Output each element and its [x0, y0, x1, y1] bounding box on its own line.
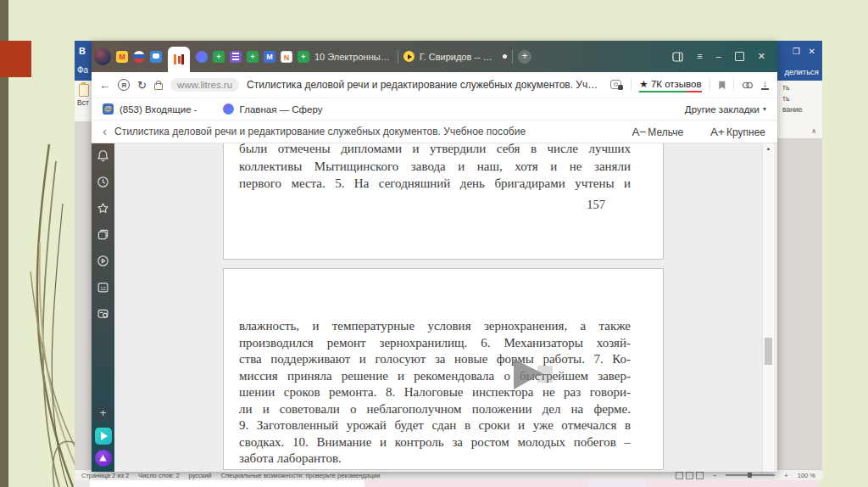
book-line: первого места. 5. На сегодняшний день бр…: [239, 175, 631, 193]
history-clock-icon[interactable]: [97, 176, 109, 188]
journal-green-tab-icon-1[interactable]: +: [213, 51, 225, 63]
status-language[interactable]: русский: [189, 472, 212, 479]
journal-favicon: +: [298, 51, 309, 63]
omnibox-page-title[interactable]: Стилистика деловой речи и редактирование…: [247, 79, 603, 91]
svg-text:12: 12: [100, 286, 106, 291]
refresh-button[interactable]: ↻: [137, 79, 147, 92]
book-title: Стилистика деловой речи и редактирование…: [114, 126, 624, 137]
ssl-lock-icon[interactable]: [154, 83, 163, 90]
font-larger-button[interactable]: А+ Крупнее: [710, 126, 765, 138]
word-ribbon-item[interactable]: ть: [777, 81, 822, 92]
messenger-send-icon[interactable]: [95, 428, 112, 445]
active-tab-litres[interactable]: [168, 47, 190, 72]
music-play-icon: [403, 51, 415, 62]
alice-assistant-icon[interactable]: [95, 450, 112, 467]
book-line: сводках. 10. Внимание и контроль за рост…: [239, 434, 631, 451]
sidebar-add-button[interactable]: +: [94, 405, 112, 423]
notifications-bell-icon[interactable]: [97, 149, 109, 162]
browser-tab-bar: M ++MN + 10 Электронный журнал Г. Свирид…: [92, 41, 777, 72]
zoom-out-button[interactable]: −: [713, 472, 716, 479]
tab-audio-indicator: [503, 54, 507, 59]
book-line: были отмечены дипломами и утвердили себя…: [239, 143, 631, 158]
collections-icon[interactable]: [97, 228, 109, 241]
yandex-button[interactable]: Я: [118, 79, 130, 91]
zoom-slider[interactable]: [726, 474, 775, 476]
book-line: 9. Заготовленный урожай будет сдан в сро…: [239, 417, 631, 434]
menu-icon[interactable]: ≡: [697, 52, 702, 61]
ribbon-collapse-icon[interactable]: ∧: [811, 127, 816, 135]
maximize-button[interactable]: [735, 52, 744, 61]
word-ribbon-group-label: вание: [777, 103, 822, 114]
presentation-slide: В Фа ❐ ✕ делиться Вст ть ть вание ∧ Стра…: [0, 0, 868, 487]
status-word-count[interactable]: Число слов: 2: [138, 472, 179, 479]
taskbar-strip: [75, 480, 818, 487]
scroll-up-icon[interactable]: ▲: [763, 146, 774, 151]
word-file-tab[interactable]: Фа: [77, 65, 88, 75]
sferum-bookmark-icon: [223, 104, 234, 115]
font-larger-icon: А+: [710, 126, 725, 138]
audio-speaker-icon[interactable]: [514, 355, 558, 393]
bookmark-inbox[interactable]: (853) Входящие -: [120, 104, 198, 115]
yandex-mail-tab-icon[interactable]: M: [116, 51, 128, 63]
bookmark-flag-icon[interactable]: [718, 80, 726, 91]
word-restore-button[interactable]: ❐: [793, 47, 800, 56]
paste-clipboard-icon[interactable]: [79, 84, 89, 97]
mail-bookmark-icon: @: [103, 104, 114, 115]
video-play-icon[interactable]: [97, 255, 109, 267]
reviews-rating[interactable]: ★ 7К отзывов: [639, 78, 701, 92]
book-line: влажность, и температурные условия зерно…: [239, 318, 631, 335]
book-page-2: влажность, и температурные условия зерно…: [223, 268, 664, 470]
side-panel-icon[interactable]: [672, 52, 683, 62]
screenshot-camera-icon[interactable]: [97, 307, 109, 320]
screenshot-extension-icon[interactable]: [610, 80, 623, 90]
chevron-down-icon: ▾: [763, 105, 766, 113]
new-tab-button[interactable]: +: [518, 50, 531, 64]
tab-music-label[interactable]: Г. Свиридов -- Музыка: [420, 52, 498, 62]
russia-flag-tab-icon[interactable]: [133, 51, 145, 63]
book-line: ства поддерживают и голосуют за новые фо…: [239, 351, 631, 368]
book-line: забота лаборантов.: [239, 451, 631, 467]
back-button[interactable]: ←: [99, 79, 110, 92]
reader-header: ‹ Стилистика деловой речи и редактирован…: [92, 120, 777, 143]
reader-scrollbar[interactable]: ▲: [762, 143, 774, 472]
minimize-button[interactable]: –: [716, 52, 721, 61]
tab-journal-label[interactable]: 10 Электронный журнал: [314, 52, 392, 62]
download-icon[interactable]: ↓: [761, 80, 769, 90]
book-line: ли и советовали о неблагополучном положе…: [239, 401, 631, 418]
news-orange-tab-icon[interactable]: N: [281, 51, 292, 63]
word-paste-label[interactable]: Вст: [77, 98, 89, 107]
book-line: шении сроков ремонта. 8. Налоговые инспе…: [239, 384, 631, 401]
litres-logo-icon: [174, 54, 176, 64]
view-mode-icons[interactable]: [676, 472, 704, 479]
status-page-indicator[interactable]: Страница 2 из 2: [81, 472, 129, 479]
browser-sidebar: 12 +: [92, 143, 114, 472]
word-ribbon-right: ть ть вание ∧: [776, 81, 822, 138]
zoom-in-button[interactable]: +: [784, 472, 787, 479]
bookmark-sferum[interactable]: Главная — Сферу: [240, 104, 323, 115]
font-smaller-button[interactable]: А− Мельче: [632, 126, 683, 138]
messenger-tab-icon[interactable]: [150, 51, 162, 63]
close-button[interactable]: ✕: [758, 52, 765, 61]
slides-purple-tab-icon[interactable]: [230, 51, 242, 63]
profile-avatar-icon[interactable]: [94, 48, 111, 65]
journal-green-tab-icon-2[interactable]: +: [247, 51, 259, 63]
url-field[interactable]: www.litres.ru: [170, 78, 239, 92]
book-line: производился ремонт зернохранилищ. 6. Ме…: [239, 335, 631, 352]
status-accessibility[interactable]: Специальные возможности: проверьте реком…: [221, 472, 381, 479]
calendar-icon[interactable]: 12: [97, 281, 109, 294]
word-close-button[interactable]: ✕: [809, 47, 815, 56]
star-icon: ★: [639, 79, 648, 89]
browser-toolbar: ← Я ↻ www.litres.ru Стилистика деловой р…: [92, 72, 777, 98]
book-page-1: были отмечены дипломами и утвердили себя…: [223, 143, 664, 260]
sferum-tab-icon[interactable]: [196, 51, 208, 63]
scrollbar-thumb[interactable]: [765, 338, 772, 365]
mail-blue-tab-icon[interactable]: M: [264, 51, 275, 63]
zoom-level[interactable]: 100 %: [798, 472, 815, 479]
bookmarks-star-icon[interactable]: [97, 202, 109, 215]
book-line: миссия приняла решение и рекомендовала о…: [239, 368, 631, 385]
word-share-button[interactable]: делиться: [784, 67, 819, 76]
back-chevron-icon[interactable]: ‹: [103, 125, 107, 137]
collections-icon[interactable]: [742, 80, 754, 91]
other-bookmarks-button[interactable]: Другие закладки▾: [685, 104, 766, 115]
word-ribbon-item[interactable]: ть: [777, 92, 822, 103]
